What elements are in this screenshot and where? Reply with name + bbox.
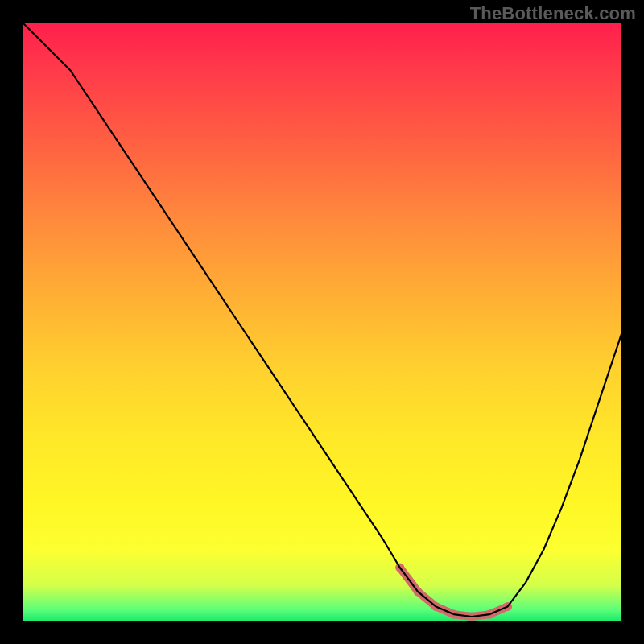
chart-canvas: TheBottleneck.com — [0, 0, 644, 644]
bottleneck-curve-line — [23, 23, 621, 617]
plot-area — [23, 23, 621, 621]
curve-svg — [23, 23, 621, 621]
watermark-label: TheBottleneck.com — [470, 3, 636, 24]
